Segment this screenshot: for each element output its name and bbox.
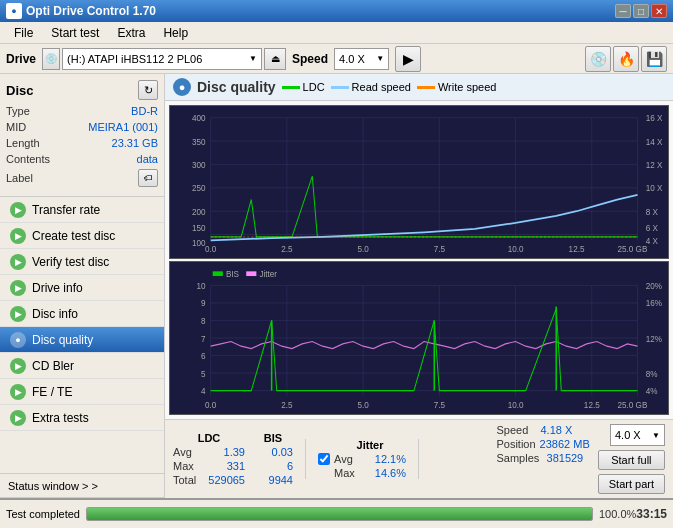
- nav-item-disc-quality[interactable]: ●Disc quality: [0, 327, 164, 353]
- nav-label-5: Disc quality: [32, 333, 93, 347]
- drive-select[interactable]: (H:) ATAPI iHBS112 2 PL06 ▼: [62, 48, 262, 70]
- svg-text:250: 250: [192, 183, 206, 194]
- svg-rect-0: [170, 106, 668, 258]
- nav-item-fe---te[interactable]: ▶FE / TE: [0, 379, 164, 405]
- status-window-button[interactable]: Status window > >: [0, 474, 164, 498]
- legend-ldc-color: [282, 86, 300, 89]
- svg-text:8 X: 8 X: [646, 206, 658, 217]
- jitter-section: Jitter Avg 12.1% Max 14.6%: [318, 439, 406, 479]
- svg-text:6 X: 6 X: [646, 223, 658, 234]
- stats-jitter-avg-row: Avg 12.1%: [334, 453, 406, 465]
- stats-ldc-total-row: Total 529065: [173, 474, 245, 486]
- svg-text:150: 150: [192, 223, 206, 234]
- nav-item-drive-info[interactable]: ▶Drive info: [0, 275, 164, 301]
- drive-bar: Drive 💿 (H:) ATAPI iHBS112 2 PL06 ▼ ⏏ Sp…: [0, 44, 673, 74]
- stats-jitter-header: Jitter: [334, 439, 406, 451]
- content-header: ● Disc quality LDC Read speed Write spee…: [165, 74, 673, 101]
- nav-item-disc-info[interactable]: ▶Disc info: [0, 301, 164, 327]
- disc-panel: Disc ↻ Type BD-R MID MEIRA1 (001) Length…: [0, 74, 164, 197]
- speed-select[interactable]: 4.0 X ▼: [334, 48, 389, 70]
- right-stats: Speed 4.18 X Position 23862 MB Samples 3…: [496, 424, 665, 494]
- disc-mid-row: MID MEIRA1 (001): [6, 120, 158, 134]
- quality-icon: ●: [173, 78, 191, 96]
- svg-text:BIS: BIS: [226, 269, 239, 280]
- start-buttons: Start full Start part: [598, 450, 665, 494]
- position-row: Position 23862 MB: [496, 438, 589, 450]
- speed-label: Speed: [292, 52, 328, 66]
- nav-label-7: FE / TE: [32, 385, 72, 399]
- svg-rect-36: [213, 271, 223, 276]
- progress-text: 100.0%: [599, 508, 636, 520]
- play-button[interactable]: ▶: [395, 46, 421, 72]
- burn-icon-btn[interactable]: 🔥: [613, 46, 639, 72]
- nav-icon-3: ▶: [10, 280, 26, 296]
- svg-text:5.0: 5.0: [357, 244, 368, 255]
- drive-label: Drive: [6, 52, 36, 66]
- menu-start-test[interactable]: Start test: [43, 24, 107, 42]
- eject-button[interactable]: ⏏: [264, 48, 286, 70]
- svg-text:2.5: 2.5: [281, 400, 292, 411]
- disc-type-row: Type BD-R: [6, 104, 158, 118]
- drive-icon: 💿: [42, 48, 60, 70]
- disc-length-row: Length 23.31 GB: [6, 136, 158, 150]
- svg-text:7: 7: [201, 333, 206, 344]
- nav-item-verify-test-disc[interactable]: ▶Verify test disc: [0, 249, 164, 275]
- content-title: Disc quality: [197, 79, 276, 95]
- save-icon-btn[interactable]: 💾: [641, 46, 667, 72]
- svg-text:8%: 8%: [646, 368, 658, 379]
- stats-jitter-col: Jitter Avg 12.1% Max 14.6%: [334, 439, 406, 479]
- nav-icon-4: ▶: [10, 306, 26, 322]
- start-full-button[interactable]: Start full: [598, 450, 665, 470]
- disc-contents-row: Contents data: [6, 152, 158, 166]
- svg-text:10 X: 10 X: [646, 183, 663, 194]
- menu-file[interactable]: File: [6, 24, 41, 42]
- legend-write-speed: Write speed: [417, 81, 497, 93]
- svg-text:0.0: 0.0: [205, 400, 216, 411]
- nav-label-1: Create test disc: [32, 229, 115, 243]
- disc-icon-btn[interactable]: 💿: [585, 46, 611, 72]
- speed-stats-col: Speed 4.18 X Position 23862 MB Samples 3…: [496, 424, 589, 464]
- svg-text:16%: 16%: [646, 298, 662, 309]
- nav-item-extra-tests[interactable]: ▶Extra tests: [0, 405, 164, 431]
- nav-icon-7: ▶: [10, 384, 26, 400]
- svg-text:12.5: 12.5: [569, 244, 585, 255]
- minimize-button[interactable]: ─: [615, 4, 631, 18]
- nav-item-cd-bler[interactable]: ▶CD Bler: [0, 353, 164, 379]
- svg-text:10.0: 10.0: [508, 244, 524, 255]
- svg-text:5.0: 5.0: [357, 400, 368, 411]
- svg-text:4 X: 4 X: [646, 235, 658, 246]
- speed-dropdown[interactable]: 4.0 X ▼: [610, 424, 665, 446]
- svg-text:12%: 12%: [646, 333, 662, 344]
- nav-item-transfer-rate[interactable]: ▶Transfer rate: [0, 197, 164, 223]
- test-completed-label: Test completed: [6, 508, 80, 520]
- chart-bis: BIS Jitter: [169, 261, 669, 415]
- close-button[interactable]: ✕: [651, 4, 667, 18]
- chart-ldc: 400 350 300 250 200 150 100 16 X 14 X 12…: [169, 105, 669, 259]
- svg-rect-38: [246, 271, 256, 276]
- stats-bar: LDC Avg 1.39 Max 331 Total 529065 BIS 0.…: [165, 419, 673, 498]
- time-display: 33:15: [636, 507, 667, 521]
- nav-icon-2: ▶: [10, 254, 26, 270]
- disc-label-row: Label 🏷: [6, 168, 158, 188]
- start-part-button[interactable]: Start part: [598, 474, 665, 494]
- legend-write-color: [417, 86, 435, 89]
- progress-bar-fill: [87, 508, 592, 520]
- nav-item-create-test-disc[interactable]: ▶Create test disc: [0, 223, 164, 249]
- svg-text:300: 300: [192, 159, 206, 170]
- svg-text:10: 10: [197, 280, 206, 291]
- content-area: ● Disc quality LDC Read speed Write spee…: [165, 74, 673, 498]
- maximize-button[interactable]: □: [633, 4, 649, 18]
- disc-refresh-button[interactable]: ↻: [138, 80, 158, 100]
- stats-divider-2: [418, 439, 419, 479]
- nav-icon-5: ●: [10, 332, 26, 348]
- samples-row: Samples 381529: [496, 452, 589, 464]
- svg-text:9: 9: [201, 298, 206, 309]
- svg-text:200: 200: [192, 206, 206, 217]
- svg-text:350: 350: [192, 136, 206, 147]
- menu-extra[interactable]: Extra: [109, 24, 153, 42]
- jitter-checkbox[interactable]: [318, 453, 330, 465]
- stats-bis-avg-row: 0.03: [253, 446, 293, 458]
- label-icon-button[interactable]: 🏷: [138, 169, 158, 187]
- menu-help[interactable]: Help: [155, 24, 196, 42]
- stats-bis-col: BIS 0.03 6 9944: [253, 432, 293, 486]
